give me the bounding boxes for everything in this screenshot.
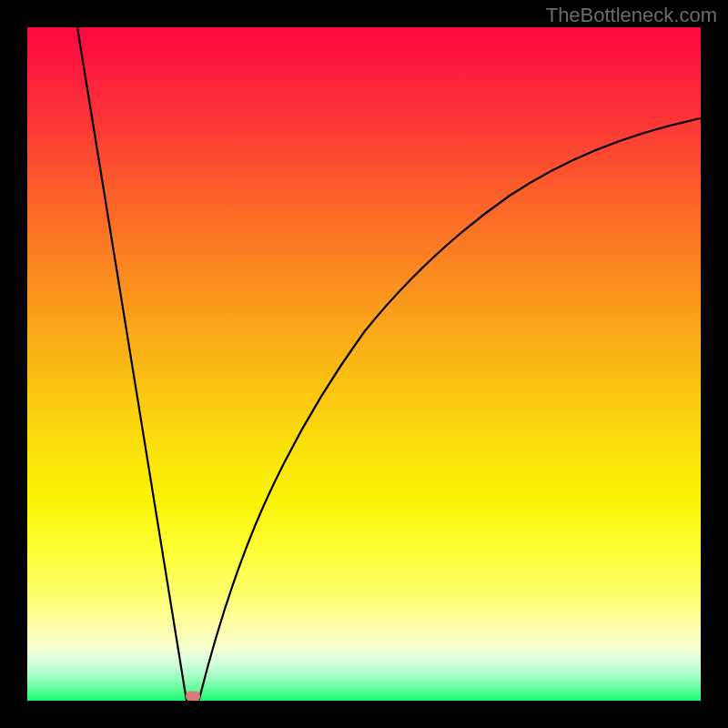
bottleneck-curve bbox=[77, 27, 701, 701]
watermark-text: TheBottleneck.com bbox=[546, 4, 717, 27]
plot-area bbox=[27, 27, 701, 701]
optimal-marker bbox=[186, 692, 200, 702]
curve-lines bbox=[27, 27, 701, 701]
